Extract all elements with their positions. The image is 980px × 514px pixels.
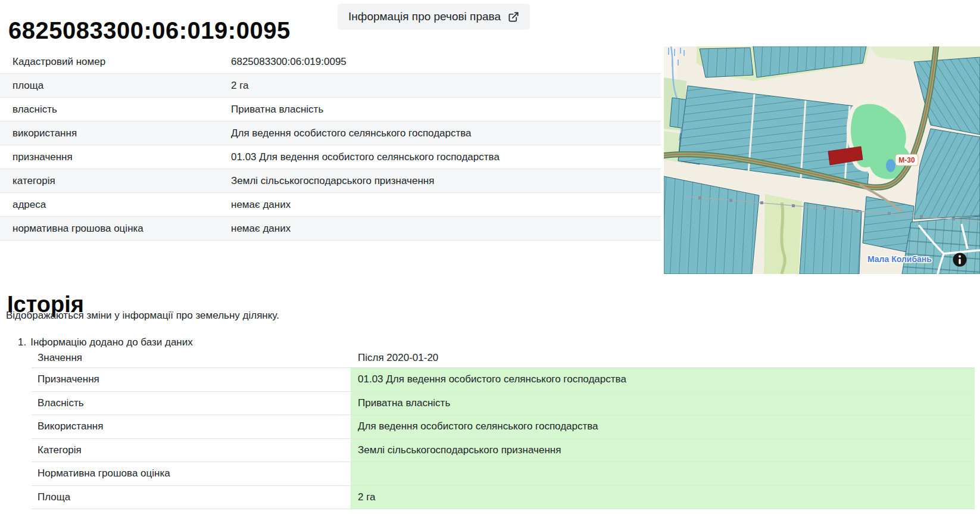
svg-text:М-30: М-30 — [898, 156, 915, 164]
row-label: використання — [0, 127, 231, 139]
history-row-value — [351, 462, 975, 485]
row-value: 01.03 Для ведення особистого селянського… — [231, 151, 661, 163]
history-row-value: Для ведення особистого селянського госпо… — [351, 415, 975, 438]
history-header-row: Значення Після 2020-01-20 — [32, 348, 975, 368]
history-row: Призначення 01.03 Для ведення особистого… — [32, 368, 975, 392]
road-badge: М-30 — [895, 154, 918, 166]
info-icon[interactable] — [953, 253, 967, 267]
table-row: нормативна грошова оцінка немає даних — [0, 217, 661, 241]
row-value: Для ведення особистого селянського госпо… — [231, 127, 661, 139]
history-header-value: Після 2020-01-20 — [351, 348, 975, 367]
table-row: призначення 01.03 Для ведення особистого… — [0, 145, 661, 169]
table-row: категорія Землі сільськогосподарського п… — [0, 169, 661, 193]
history-row-label: Призначення — [32, 368, 351, 391]
history-row: Площа 2 га — [32, 486, 975, 510]
settlement-label: Мала Колибань — [867, 254, 932, 264]
table-row: власність Приватна власність — [0, 98, 661, 122]
history-row-label: Площа — [32, 486, 351, 509]
rights-info-button-label: Інформація про речові права — [348, 10, 501, 23]
row-label: Кадастровий номер — [0, 56, 231, 68]
map-pond — [886, 159, 895, 172]
table-row: адреса немає даних — [0, 193, 661, 217]
page-title: 6825083300:06:019:0095 — [8, 17, 291, 44]
history-row-value: Землі сільськогосподарського призначення — [351, 439, 975, 462]
history-row-value: 01.03 Для ведення особистого селянського… — [351, 368, 975, 391]
cadastral-map-svg: М-30 Мала Колибань — [664, 46, 980, 274]
rights-info-button[interactable]: Інформація про речові права — [338, 4, 530, 30]
history-entry-text: Інформацію додано до бази даних — [30, 337, 193, 348]
history-row-label: Власність — [32, 392, 351, 415]
history-row-value: 2 га — [351, 486, 975, 509]
history-row-label: Нормативна грошова оцінка — [32, 462, 351, 485]
history-row: Власність Приватна власність — [32, 392, 975, 416]
history-row-value: Приватна власність — [351, 392, 975, 415]
table-row: використання Для ведення особистого селя… — [0, 122, 661, 145]
row-label: власність — [0, 104, 231, 116]
parcel-details-table: Кадастровий номер 6825083300:06:019:0095… — [0, 50, 661, 241]
row-label: нормативна грошова оцінка — [0, 223, 231, 235]
row-value: Землі сільськогосподарського призначення — [231, 175, 661, 187]
history-entry-title: 1. Інформацію додано до бази даних — [18, 337, 193, 348]
row-label: адреса — [0, 199, 231, 211]
history-row: Використання Для ведення особистого селя… — [32, 415, 975, 439]
history-row: Нормативна грошова оцінка — [32, 462, 975, 486]
table-row: Кадастровий номер 6825083300:06:019:0095 — [0, 50, 661, 74]
row-value: немає даних — [231, 223, 661, 235]
history-table: Значення Після 2020-01-20 Призначення 01… — [32, 348, 975, 509]
row-value: Приватна власність — [231, 104, 661, 116]
row-value: 2 га — [231, 80, 661, 92]
history-row-label: Використання — [32, 415, 351, 438]
history-row-label: Категорія — [32, 439, 351, 462]
row-label: площа — [0, 80, 231, 92]
cadastral-map[interactable]: М-30 Мала Колибань — [664, 46, 980, 274]
row-value: 6825083300:06:019:0095 — [231, 56, 661, 68]
row-value: немає даних — [231, 199, 661, 211]
history-row: Категорія Землі сільськогосподарського п… — [32, 439, 975, 463]
row-label: призначення — [0, 151, 231, 163]
row-label: категорія — [0, 175, 231, 187]
table-row: площа 2 га — [0, 74, 661, 98]
history-subtitle: Відображаються зміни у інформації про зе… — [6, 310, 279, 322]
history-entry-number: 1. — [18, 337, 26, 348]
history-header-label: Значення — [32, 348, 351, 367]
external-link-icon — [508, 11, 519, 23]
